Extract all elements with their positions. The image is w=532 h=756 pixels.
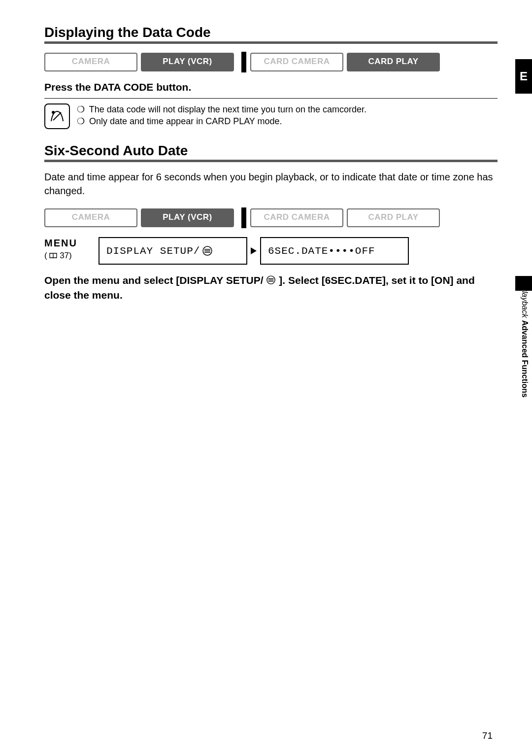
mode-camera: CAMERA bbox=[44, 53, 137, 71]
mode-card-play-2: CARD PLAY bbox=[347, 208, 440, 227]
menu-item-1-text: DISPLAY SETUP/ bbox=[106, 245, 200, 257]
mode-separator bbox=[241, 52, 246, 72]
side-label-bold: Advanced Functions bbox=[521, 320, 529, 397]
menu-box-6sec-date: 6SEC.DATE••••OFF bbox=[260, 237, 409, 265]
note-2: ❍ Only date and time appear in CARD PLAY… bbox=[77, 115, 366, 127]
note-icon bbox=[44, 103, 70, 129]
instruction-open-menu: Open the menu and select [DISPLAY SETUP/… bbox=[44, 274, 498, 303]
menu-row: MENU ( 37) DISPLAY SETUP/ bbox=[44, 237, 498, 265]
mode-play-vcr-2: PLAY (VCR) bbox=[141, 208, 234, 227]
note-1: ❍ The data code will not display the nex… bbox=[77, 103, 366, 115]
svg-point-0 bbox=[52, 111, 54, 113]
mode-bar-2: CAMERA PLAY (VCR) CARD CAMERA CARD PLAY bbox=[44, 207, 498, 228]
menu-label: MENU ( 37) bbox=[44, 237, 99, 265]
note-list: ❍ The data code will not display the nex… bbox=[77, 103, 366, 128]
mode-card-camera: CARD CAMERA bbox=[250, 53, 343, 71]
menu-item-2-text: 6SEC.DATE••••OFF bbox=[268, 245, 375, 257]
display-setup-icon-inline bbox=[266, 275, 279, 287]
thin-rule bbox=[44, 98, 498, 99]
menu-ref: ( 37) bbox=[44, 251, 72, 260]
heading-displaying-data-code: Displaying the Data Code bbox=[44, 25, 498, 40]
display-setup-icon bbox=[202, 245, 213, 256]
heading-rule-2 bbox=[44, 160, 498, 162]
section2-desc: Date and time appear for 6 seconds when … bbox=[44, 170, 498, 198]
mode-camera-2: CAMERA bbox=[44, 208, 137, 227]
instruction-press-data-code: Press the DATA CODE button. bbox=[44, 81, 498, 93]
note-1-text: The data code will not display the next … bbox=[89, 104, 366, 114]
mode-play-vcr: PLAY (VCR) bbox=[141, 53, 234, 71]
side-label: Playback Advanced Functions bbox=[520, 286, 529, 398]
mode-card-camera-2: CARD CAMERA bbox=[250, 208, 343, 227]
instr2-a: Open the menu and select [DISPLAY SETUP/ bbox=[44, 275, 264, 286]
note-2-text: Only date and time appear in CARD PLAY m… bbox=[89, 116, 282, 126]
note-block: ❍ The data code will not display the nex… bbox=[44, 103, 498, 129]
page-number: 71 bbox=[482, 730, 493, 741]
menu-arrow-icon bbox=[247, 237, 260, 265]
side-tab-label: E bbox=[520, 69, 528, 83]
mode-separator-2 bbox=[241, 207, 246, 228]
side-tab-e: E bbox=[515, 59, 532, 94]
side-label-italic: Playback bbox=[521, 286, 529, 318]
heading-six-second-auto-date: Six-Second Auto Date bbox=[44, 143, 498, 159]
menu-ref-number: 37 bbox=[60, 251, 69, 260]
book-icon bbox=[49, 252, 57, 259]
menu-word: MENU bbox=[44, 238, 77, 248]
mode-card-play: CARD PLAY bbox=[347, 53, 440, 71]
menu-box-display-setup: DISPLAY SETUP/ bbox=[99, 237, 247, 265]
mode-bar-1: CAMERA PLAY (VCR) CARD CAMERA CARD PLAY bbox=[44, 52, 498, 72]
heading-rule bbox=[44, 41, 498, 44]
